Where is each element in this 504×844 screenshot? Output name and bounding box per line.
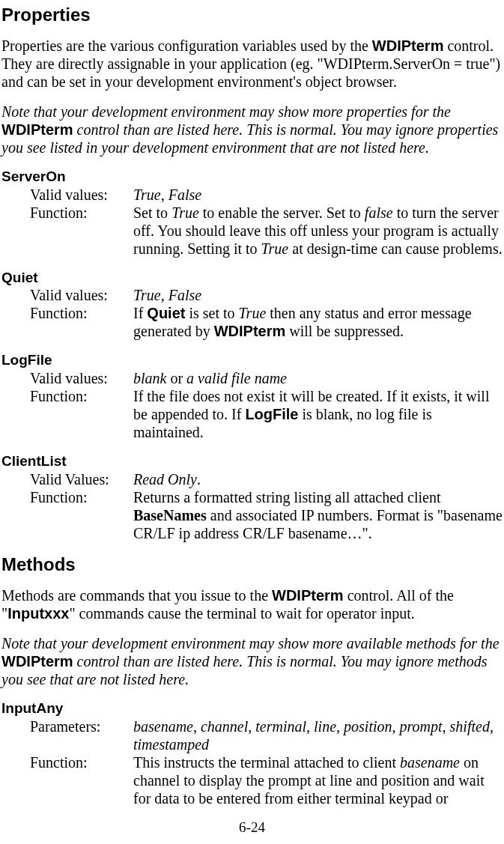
text: Properties are the various configuration… bbox=[1, 37, 372, 54]
text-bold: WDIPterm bbox=[372, 37, 444, 54]
text: If bbox=[133, 305, 147, 321]
text-bold: BaseNames bbox=[133, 507, 207, 523]
property-name: ClientList bbox=[1, 453, 503, 470]
quiet-function: If Quiet is set to True then any status … bbox=[133, 304, 503, 340]
page-number: 6-24 bbox=[1, 819, 503, 837]
text-bold: WDIPterm bbox=[1, 121, 73, 138]
text-italic: blank bbox=[133, 370, 166, 386]
text-italic: basename bbox=[400, 754, 460, 771]
text-italic: Read Only bbox=[133, 471, 197, 488]
property-name: LogFile bbox=[1, 352, 503, 369]
text-bold: WDIPterm bbox=[272, 587, 344, 604]
property-quiet: Quiet Valid values: True, False Function… bbox=[1, 270, 503, 341]
text-italic: True bbox=[261, 240, 289, 257]
text: Note that your development environment m… bbox=[1, 103, 451, 120]
label-valid-values: Valid values: bbox=[30, 286, 133, 304]
text: to enable the server. Set to bbox=[199, 204, 365, 221]
text-bold: LogFile bbox=[245, 406, 298, 422]
property-name: ServerOn bbox=[1, 169, 503, 186]
clientlist-function: Returns a formatted string listing all a… bbox=[133, 488, 503, 542]
quiet-values: True, False bbox=[133, 286, 503, 304]
label-valid-values: Valid Values: bbox=[30, 470, 133, 488]
label-valid-values: Valid values: bbox=[30, 369, 133, 387]
text: or bbox=[166, 370, 186, 386]
heading-methods: Methods bbox=[1, 554, 503, 576]
text-italic: false bbox=[365, 204, 393, 221]
label-function: Function: bbox=[30, 387, 133, 441]
text: . bbox=[197, 471, 201, 488]
text-bold: Quiet bbox=[147, 305, 185, 321]
methods-intro: Methods are commands that you issue to t… bbox=[1, 586, 503, 622]
property-name: Quiet bbox=[1, 270, 503, 287]
method-name: InputAny bbox=[1, 700, 503, 717]
text: will be suppressed. bbox=[285, 323, 404, 339]
clientlist-values: Read Only. bbox=[133, 470, 503, 488]
serveron-function: Set to True to enable the server. Set to… bbox=[133, 204, 503, 258]
text: " commands cause the terminal to wait fo… bbox=[69, 605, 414, 622]
properties-intro: Properties are the various configuration… bbox=[1, 37, 503, 91]
label-parameters: Parameters: bbox=[30, 717, 133, 753]
text: control than are listed here. This is no… bbox=[1, 121, 498, 156]
logfile-function: If the file does not exist it will be cr… bbox=[133, 387, 503, 441]
property-logfile: LogFile Valid values: blank or a valid f… bbox=[1, 352, 503, 441]
label-function: Function: bbox=[30, 753, 133, 807]
text: This instructs the terminal attached to … bbox=[133, 754, 400, 771]
text: Note that your development environment m… bbox=[1, 635, 500, 652]
serveron-values: True, False bbox=[133, 186, 503, 204]
inputany-function: This instructs the terminal attached to … bbox=[133, 753, 503, 807]
text-italic: True bbox=[171, 204, 199, 221]
methods-note: Note that your development environment m… bbox=[1, 634, 503, 688]
heading-properties: Properties bbox=[1, 4, 503, 26]
text: is set to bbox=[185, 305, 238, 321]
property-clientlist: ClientList Valid Values: Read Only. Func… bbox=[1, 453, 503, 542]
text-italic: True bbox=[239, 305, 267, 321]
text-italic: a valid file name bbox=[186, 370, 287, 386]
label-valid-values: Valid values: bbox=[30, 186, 133, 204]
inputany-params: basename, channel, terminal, line, posit… bbox=[133, 717, 503, 753]
label-function: Function: bbox=[30, 304, 133, 340]
text-bold: WDIPterm bbox=[214, 323, 286, 339]
text: Methods are commands that you issue to t… bbox=[1, 587, 272, 604]
method-inputany: InputAny Parameters: basename, channel, … bbox=[1, 700, 503, 807]
text: control than are listed here. This is no… bbox=[1, 653, 488, 687]
text: at design-time can cause problems. bbox=[288, 240, 502, 257]
text-bold: WDIPterm bbox=[1, 653, 73, 670]
text: Returns a formatted string listing all a… bbox=[133, 489, 440, 506]
label-function: Function: bbox=[30, 488, 133, 542]
property-serveron: ServerOn Valid values: True, False Funct… bbox=[1, 169, 503, 258]
logfile-values: blank or a valid file name bbox=[133, 369, 503, 387]
label-function: Function: bbox=[30, 204, 133, 258]
properties-note: Note that your development environment m… bbox=[1, 103, 503, 157]
text: Set to bbox=[133, 204, 171, 221]
text-bold: Inputxxx bbox=[7, 605, 69, 622]
